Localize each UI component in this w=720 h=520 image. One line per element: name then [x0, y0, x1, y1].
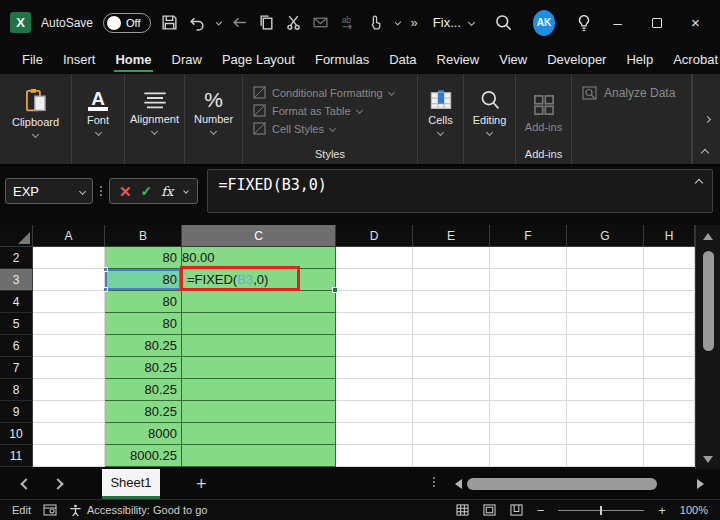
- cancel-button[interactable]: ✕: [119, 184, 132, 199]
- cell-A10[interactable]: [33, 423, 105, 445]
- macro-record-icon[interactable]: [43, 504, 57, 516]
- cell-B8[interactable]: 80.25: [105, 379, 182, 401]
- cell-E7[interactable]: [413, 357, 490, 379]
- select-all-button[interactable]: [0, 225, 33, 247]
- cell-A5[interactable]: [33, 313, 105, 335]
- cell-F9[interactable]: [490, 401, 567, 423]
- scroll-down-icon[interactable]: [703, 456, 713, 463]
- more-commands-icon[interactable]: »: [411, 15, 419, 30]
- cell-A2[interactable]: [33, 247, 105, 269]
- cell-B9[interactable]: 80.25: [105, 401, 182, 423]
- cell-G3[interactable]: [567, 269, 644, 291]
- fill-handle[interactable]: [332, 287, 338, 293]
- row-header-2[interactable]: 2: [0, 247, 33, 269]
- row-header-6[interactable]: 6: [0, 335, 33, 357]
- insert-function-button[interactable]: fx: [161, 184, 173, 199]
- next-sheet-icon[interactable]: [52, 478, 63, 489]
- tab-acrobat[interactable]: Acrobat: [663, 48, 720, 71]
- row-header-5[interactable]: 5: [0, 313, 33, 335]
- tab-formulas[interactable]: Formulas: [305, 48, 379, 71]
- cell-F7[interactable]: [490, 357, 567, 379]
- cell-F10[interactable]: [490, 423, 567, 445]
- undo-icon[interactable]: [188, 13, 205, 33]
- column-header-H[interactable]: H: [644, 225, 695, 247]
- document-title[interactable]: Fix...: [433, 15, 474, 30]
- row-header-3[interactable]: 3: [0, 269, 33, 291]
- styles-item-cell-styles[interactable]: Cell Styles: [253, 122, 407, 135]
- cell-C6[interactable]: [182, 335, 336, 357]
- cell-D2[interactable]: [336, 247, 413, 269]
- minimize-button[interactable]: –: [603, 9, 632, 37]
- row-header-11[interactable]: 11: [0, 445, 33, 467]
- cell-D5[interactable]: [336, 313, 413, 335]
- number-button[interactable]: % Number: [185, 74, 242, 147]
- lightbulb-icon[interactable]: [575, 13, 593, 33]
- name-box[interactable]: EXP: [5, 178, 93, 204]
- column-header-F[interactable]: F: [490, 225, 567, 247]
- tab-page-layout[interactable]: Page Layout: [212, 48, 305, 71]
- page-layout-view-icon[interactable]: [483, 504, 496, 516]
- cell-F8[interactable]: [490, 379, 567, 401]
- cell-F4[interactable]: [490, 291, 567, 313]
- search-icon[interactable]: [494, 13, 513, 33]
- cell-D6[interactable]: [336, 335, 413, 357]
- cells-button[interactable]: Cells: [418, 74, 463, 147]
- cell-E2[interactable]: [413, 247, 490, 269]
- horizontal-scroll-thumb[interactable]: [467, 478, 657, 490]
- cell-G7[interactable]: [567, 357, 644, 379]
- tab-draw[interactable]: Draw: [162, 48, 212, 71]
- cell-D11[interactable]: [336, 445, 413, 467]
- cell-F11[interactable]: [490, 445, 567, 467]
- touch-mode-icon[interactable]: [367, 13, 384, 33]
- tab-file[interactable]: File: [12, 48, 53, 71]
- cell-H3[interactable]: [644, 269, 695, 291]
- sheet-tab[interactable]: Sheet1: [102, 469, 160, 499]
- zoom-out-button[interactable]: −: [537, 503, 545, 518]
- cell-C9[interactable]: [182, 401, 336, 423]
- tab-review[interactable]: Review: [427, 48, 490, 71]
- cell-H8[interactable]: [644, 379, 695, 401]
- tab-home[interactable]: Home: [105, 48, 161, 71]
- addins-button[interactable]: Add-ins: [516, 74, 571, 147]
- save-icon[interactable]: [161, 13, 178, 33]
- cell-C5[interactable]: [182, 313, 336, 335]
- cell-G11[interactable]: [567, 445, 644, 467]
- tab-help[interactable]: Help: [616, 48, 663, 71]
- cell-B11[interactable]: 8000.25: [105, 445, 182, 467]
- scroll-up-icon[interactable]: [703, 233, 713, 240]
- cell-G2[interactable]: [567, 247, 644, 269]
- replace-icon[interactable]: ab: [339, 13, 357, 33]
- cell-B2[interactable]: 80: [105, 247, 182, 269]
- cell-F6[interactable]: [490, 335, 567, 357]
- cell-A7[interactable]: [33, 357, 105, 379]
- cell-C7[interactable]: [182, 357, 336, 379]
- column-header-A[interactable]: A: [33, 225, 105, 247]
- normal-view-icon[interactable]: [456, 504, 469, 516]
- cell-C4[interactable]: [182, 291, 336, 313]
- cell-G10[interactable]: [567, 423, 644, 445]
- cell-A11[interactable]: [33, 445, 105, 467]
- cell-D4[interactable]: [336, 291, 413, 313]
- row-header-9[interactable]: 9: [0, 401, 33, 423]
- analyze-data-button[interactable]: Analyze Data: [572, 74, 691, 113]
- close-button[interactable]: ×: [681, 9, 710, 37]
- tab-view[interactable]: View: [489, 48, 537, 71]
- cell-G5[interactable]: [567, 313, 644, 335]
- cell-A8[interactable]: [33, 379, 105, 401]
- cell-E10[interactable]: [413, 423, 490, 445]
- cut-icon[interactable]: [285, 13, 302, 33]
- cell-B7[interactable]: 80.25: [105, 357, 182, 379]
- cell-A4[interactable]: [33, 291, 105, 313]
- undo-dropdown-icon[interactable]: [215, 19, 222, 26]
- tab-developer[interactable]: Developer: [537, 48, 616, 71]
- row-header-10[interactable]: 10: [0, 423, 33, 445]
- zoom-in-button[interactable]: +: [658, 503, 666, 518]
- cell-E3[interactable]: [413, 269, 490, 291]
- back-arrow-icon[interactable]: [231, 13, 248, 33]
- expand-formula-bar-icon[interactable]: [695, 179, 703, 187]
- cell-H6[interactable]: [644, 335, 695, 357]
- column-header-C[interactable]: C: [182, 225, 336, 247]
- alignment-button[interactable]: Alignment: [125, 74, 184, 147]
- cell-E8[interactable]: [413, 379, 490, 401]
- cell-D10[interactable]: [336, 423, 413, 445]
